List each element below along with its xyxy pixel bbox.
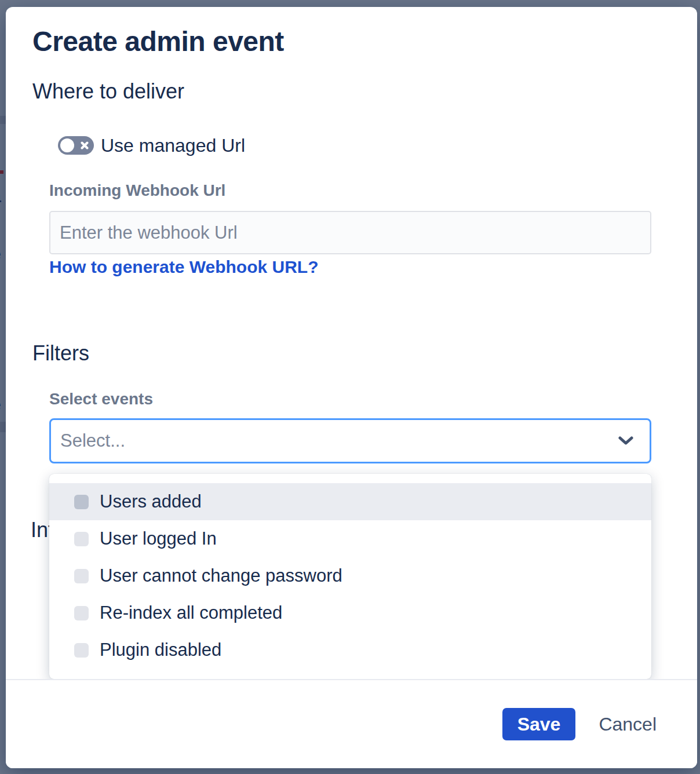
option-checkbox[interactable] (74, 643, 89, 658)
toggle-knob (60, 138, 74, 152)
dropdown-option-label: User cannot change password (100, 565, 342, 586)
backdrop-fragment (0, 116, 6, 124)
toggle-off-x-icon (81, 141, 89, 149)
use-managed-url-toggle[interactable] (58, 136, 94, 155)
backdrop-fragment: e (0, 395, 1, 414)
use-managed-url-row: Use managed Url (58, 136, 245, 155)
dropdown-option[interactable]: User logged In (49, 520, 651, 557)
backdrop-fragment: e (0, 244, 1, 263)
dropdown-option-label: Users added (100, 491, 202, 512)
webhook-url-input[interactable] (49, 211, 651, 254)
backdrop-fragment (0, 422, 6, 432)
dialog-title: Create admin event (32, 25, 284, 57)
dropdown-option[interactable]: Users added (49, 483, 651, 520)
section-heading-where-to-deliver: Where to deliver (32, 80, 184, 103)
backdrop-fragment (0, 170, 3, 174)
select-events-label: Select events (49, 390, 153, 408)
option-checkbox[interactable] (74, 606, 89, 620)
dropdown-option-label: Re-index all completed (100, 603, 282, 623)
option-checkbox[interactable] (74, 569, 89, 583)
dropdown-option[interactable]: User cannot change password (49, 557, 651, 594)
option-checkbox[interactable] (74, 495, 89, 509)
dropdown-option[interactable]: Plugin disabled (49, 631, 651, 669)
dropdown-option[interactable]: Re-index all completed (49, 594, 651, 631)
option-checkbox[interactable] (74, 532, 89, 546)
dropdown-option-label: Plugin disabled (100, 640, 221, 660)
dropdown-options-list: Users addedUser logged InUser cannot cha… (49, 483, 651, 669)
webhook-url-label: Incoming Webhook Url (49, 182, 225, 200)
dropdown-option-label: User logged In (100, 528, 217, 549)
chevron-down-icon (618, 436, 633, 446)
backdrop-fragment: a (0, 187, 1, 205)
webhook-help-link[interactable]: How to generate Webhook URL? (49, 257, 318, 277)
cancel-button[interactable]: Cancel (599, 714, 657, 735)
events-dropdown-menu: Users addedUser logged InUser cannot cha… (49, 474, 651, 679)
toggle-label: Use managed Url (101, 135, 245, 156)
section-heading-filters: Filters (32, 342, 89, 365)
create-admin-event-dialog: Create admin event Where to deliver Use … (6, 7, 697, 768)
screen: c a w e e Create admin event Where to de… (0, 0, 700, 774)
dialog-footer: Save Cancel (6, 679, 697, 768)
select-placeholder: Select... (60, 430, 618, 451)
events-select[interactable]: Select... (49, 418, 651, 463)
save-button[interactable]: Save (502, 708, 576, 740)
